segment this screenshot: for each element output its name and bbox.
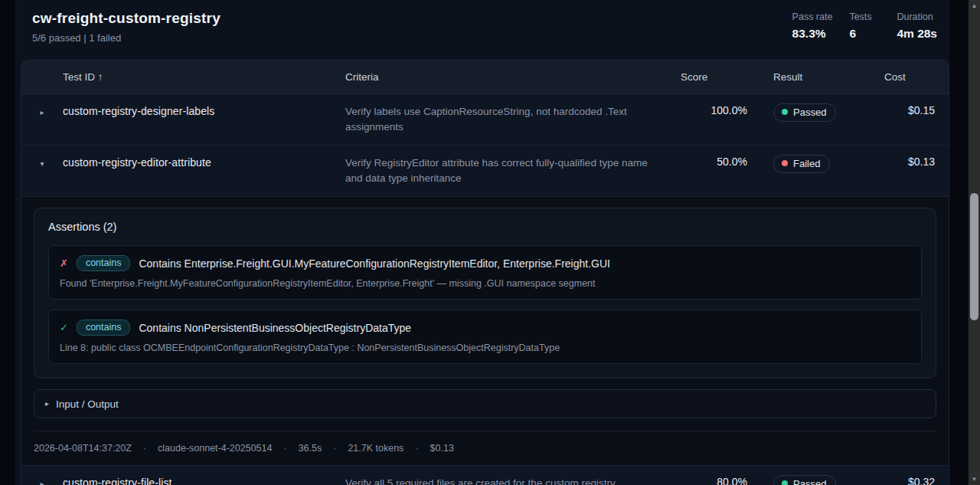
status-badge: Passed	[773, 475, 836, 485]
stat-value: 83.3%	[792, 27, 833, 41]
table-row-editor-attribute[interactable]: ▾ custom-registry-editor-attribute Verif…	[21, 145, 949, 196]
status-badge-label: Failed	[793, 158, 820, 169]
stat-value: 6	[849, 27, 880, 41]
test-criteria: Verify labels use CaptionResourceString,…	[345, 104, 671, 135]
dot-separator: ·	[143, 443, 146, 454]
assertion-main-line: ✗ contains Contains Enterprise.Freight.G…	[60, 255, 910, 271]
dot-separator: ·	[283, 443, 286, 454]
test-cost: $0.13	[879, 156, 949, 168]
test-id: custom-registry-file-list	[63, 476, 345, 485]
assertion-item-passed: ✓ contains Contains NonPersistentBusines…	[48, 310, 922, 364]
chevron-right-icon[interactable]: ▸	[40, 479, 44, 485]
test-criteria: Verify all 5 required files are created …	[345, 476, 671, 485]
run-summary: 5/6 passed | 1 failed	[32, 32, 220, 44]
assertion-item-failed: ✗ contains Contains Enterprise.Freight.G…	[48, 245, 922, 300]
result-cell: Failed	[747, 156, 879, 173]
test-id: custom-registry-editor-attribute	[63, 156, 345, 169]
test-id: custom-registry-designer-labels	[63, 104, 345, 117]
stat-value: 4m 28s	[897, 27, 937, 41]
assertion-type-badge: contains	[77, 320, 131, 336]
test-score: 80.0%	[671, 476, 747, 485]
caret-cell: ▸	[21, 104, 63, 118]
x-mark-icon: ✗	[60, 257, 68, 270]
meta-model: claude-sonnet-4-20250514	[158, 443, 272, 454]
assertion-title: Contains NonPersistentBusinessObjectRegi…	[139, 322, 411, 334]
test-criteria: Verify RegistryEditor attribute has corr…	[345, 156, 671, 186]
test-cost: $0.15	[879, 104, 949, 116]
result-cell: Passed	[747, 104, 879, 122]
input-output-toggle[interactable]: ▸ Input / Output	[34, 389, 936, 418]
passed-dot-icon	[782, 480, 788, 485]
meta-cost: $0.13	[430, 443, 454, 454]
table-row-designer-labels[interactable]: ▸ custom-registry-designer-labels Verify…	[21, 94, 949, 145]
assertion-type-badge: contains	[77, 255, 131, 271]
status-badge: Failed	[773, 155, 830, 173]
assertion-detail: Line 8: public class OCMBEEndpointConfig…	[60, 342, 910, 353]
assertions-title: Assertions (2)	[48, 221, 922, 233]
tests-table: Test ID ↑ Criteria Score Result Cost ▸ c…	[21, 60, 949, 485]
column-header-cost[interactable]: Cost	[879, 71, 949, 83]
passed-dot-icon	[782, 109, 788, 115]
test-run-page: cw-freight-custom-registry 5/6 passed | …	[15, 0, 949, 485]
stat-pass-rate: Pass rate 83.3%	[792, 11, 833, 41]
run-stats: Pass rate 83.3% Tests 6 Duration 4m 28s	[792, 10, 937, 41]
scrollbar-thumb[interactable]	[970, 193, 978, 320]
scroll-up-icon[interactable]: ▲	[969, 1, 980, 11]
test-score: 100.0%	[671, 104, 747, 116]
run-header: cw-freight-custom-registry 5/6 passed | …	[15, 0, 949, 60]
stat-label: Duration	[897, 11, 937, 22]
stat-label: Pass rate	[792, 11, 833, 22]
page-title: cw-freight-custom-registry	[32, 10, 220, 27]
scrollbar[interactable]: ▲ ▼	[969, 0, 980, 485]
caret-cell: ▸	[21, 476, 63, 485]
chevron-down-icon[interactable]: ▾	[40, 159, 44, 169]
caret-cell: ▾	[21, 156, 63, 169]
assertion-main-line: ✓ contains Contains NonPersistentBusines…	[60, 320, 910, 336]
meta-tokens: 21.7K tokens	[348, 443, 403, 454]
test-cost: $0.32	[879, 476, 949, 485]
table-row-file-list[interactable]: ▸ custom-registry-file-list Verify all 5…	[21, 465, 949, 485]
assertion-detail: Found 'Enterprise.Freight.MyFeatureConfi…	[60, 278, 910, 289]
dot-separator: ·	[415, 443, 418, 454]
column-header-score[interactable]: Score	[671, 71, 747, 83]
result-cell: Passed	[747, 476, 879, 485]
test-detail-panel: Assertions (2) ✗ contains Contains Enter…	[21, 196, 949, 465]
check-mark-icon: ✓	[60, 322, 68, 334]
run-title-block: cw-freight-custom-registry 5/6 passed | …	[32, 10, 220, 44]
meta-duration: 36.5s	[299, 443, 322, 454]
caret-column-spacer	[21, 76, 63, 79]
status-badge-label: Passed	[793, 478, 826, 485]
status-badge: Passed	[773, 103, 836, 122]
failed-dot-icon	[782, 160, 788, 166]
stat-label: Tests	[849, 11, 880, 22]
column-header-test-id[interactable]: Test ID ↑	[63, 71, 345, 83]
meta-timestamp: 2026-04-08T14:37:20Z	[34, 443, 132, 454]
test-score: 50.0%	[671, 156, 747, 168]
chevron-right-icon: ▸	[45, 398, 49, 409]
stat-tests: Tests 6	[849, 11, 880, 41]
status-badge-label: Passed	[793, 107, 826, 118]
run-meta: 2026-04-08T14:37:20Z · claude-sonnet-4-2…	[34, 431, 936, 465]
stat-duration: Duration 4m 28s	[897, 11, 937, 41]
assertions-card: Assertions (2) ✗ contains Contains Enter…	[34, 208, 936, 378]
dot-separator: ·	[333, 443, 336, 454]
input-output-label: Input / Output	[56, 398, 119, 410]
scroll-down-icon[interactable]: ▼	[969, 474, 980, 484]
column-header-criteria[interactable]: Criteria	[345, 71, 671, 83]
table-header-row: Test ID ↑ Criteria Score Result Cost	[21, 61, 949, 94]
assertion-title: Contains Enterprise.Freight.GUI.MyFeatur…	[139, 257, 609, 270]
column-header-result[interactable]: Result	[747, 71, 879, 83]
chevron-right-icon[interactable]: ▸	[40, 107, 44, 118]
